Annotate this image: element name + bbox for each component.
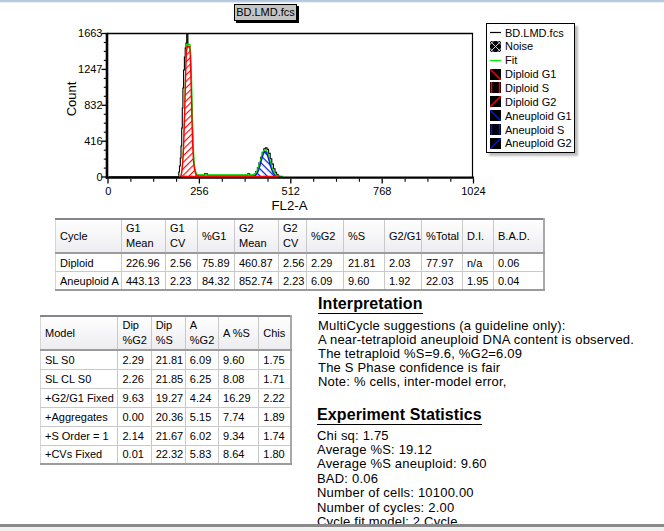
svg-text:0: 0: [105, 185, 111, 197]
svg-text:832: 832: [84, 99, 102, 111]
svg-text:1024: 1024: [461, 185, 485, 197]
svg-text:1663: 1663: [78, 27, 102, 39]
svg-text:Count: Count: [64, 81, 79, 116]
svg-text:1247: 1247: [78, 63, 102, 75]
svg-text:0: 0: [96, 171, 102, 183]
svg-text:256: 256: [190, 185, 208, 197]
svg-text:416: 416: [84, 135, 102, 147]
svg-text:768: 768: [373, 185, 391, 197]
svg-text:FL2-A: FL2-A: [272, 198, 308, 213]
svg-text:512: 512: [282, 185, 300, 197]
